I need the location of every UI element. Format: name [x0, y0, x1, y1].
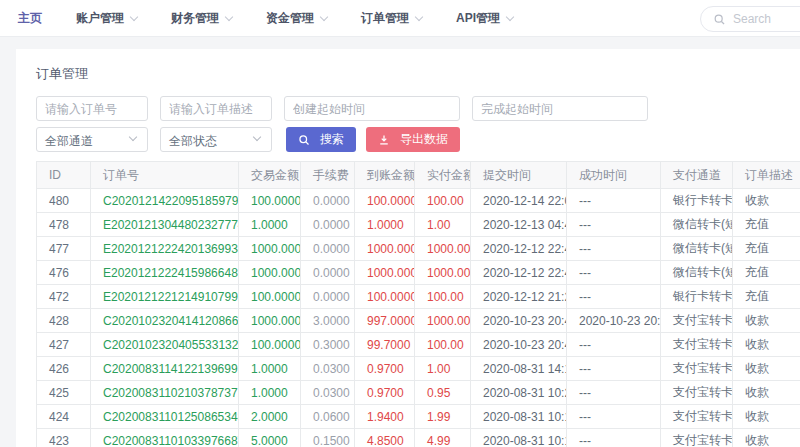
cell-pay-channel: 微信转卡(短... [661, 261, 733, 285]
cell-order-desc: 充值 [733, 213, 800, 237]
status-select[interactable]: 全部状态 [160, 127, 272, 152]
cell-pay-channel: 支付宝转卡(... [661, 357, 733, 381]
cell-submit-time: 2020-12-13 04:48:03 [471, 213, 567, 237]
cell-fee: 0.3000 [301, 333, 355, 357]
cell-submit-time: 2020-10-23 20:40:55 [471, 333, 567, 357]
cell-pay-channel: 支付宝转卡(... [661, 381, 733, 405]
chevron-down-icon [415, 12, 423, 20]
table-row: 477E202012122242013699341000.00000.00001… [37, 237, 800, 261]
cell-received-amount: 99.7000 [355, 333, 415, 357]
search-icon [713, 13, 726, 26]
cell-order-desc: 收款 [733, 357, 800, 381]
table-row: 472E20201212212149107992100.00000.000010… [37, 285, 800, 309]
cell-id: 425 [37, 381, 91, 405]
cell-order-desc: 收款 [733, 429, 800, 447]
search-icon [298, 134, 315, 146]
cell-fee: 0.0300 [301, 357, 355, 381]
cell-success-time: --- [567, 237, 661, 261]
cell-paid-amount: 100.00 [415, 189, 471, 213]
cell-pay-channel: 支付宝转卡(... [661, 405, 733, 429]
global-search[interactable]: Search [700, 6, 800, 32]
table-row: 427C20201023204055331324100.00000.300099… [37, 333, 800, 357]
cell-fee: 0.0600 [301, 405, 355, 429]
cell-trade-amount: 2.0000 [239, 405, 301, 429]
status-select-value: 全部状态 [169, 134, 217, 148]
cell-id: 480 [37, 189, 91, 213]
orders-table: ID订单号交易金额手续费到账金额实付金额提交时间成功时间支付通道订单描述 480… [36, 161, 800, 447]
cell-id: 424 [37, 405, 91, 429]
nav-item-账户管理[interactable]: 账户管理 [76, 10, 137, 27]
order-no-input[interactable] [36, 96, 148, 121]
channel-select[interactable]: 全部通道 [36, 127, 148, 152]
chevron-down-icon [130, 12, 138, 20]
cell-paid-amount: 1000.00 [415, 261, 471, 285]
nav-item-API管理[interactable]: API管理 [456, 10, 513, 27]
cell-order-no: C20201214220951859799 [91, 189, 239, 213]
main-nav: 主页账户管理财务管理资金管理订单管理API管理 [18, 10, 547, 27]
cell-order-desc: 充值 [733, 285, 800, 309]
cell-paid-amount: 1000.00 [415, 237, 471, 261]
cell-id: 478 [37, 213, 91, 237]
cell-order-no: C20200831102103787371 [91, 381, 239, 405]
nav-item-主页[interactable]: 主页 [18, 10, 42, 27]
column-header: 订单号 [91, 162, 239, 189]
cell-pay-channel: 支付宝转卡(... [661, 429, 733, 447]
cell-success-time: --- [567, 285, 661, 309]
table-row: 424C202008311012508653482.00000.06001.94… [37, 405, 800, 429]
cell-fee: 0.1500 [301, 429, 355, 447]
cell-trade-amount: 1000.0000 [239, 237, 301, 261]
cell-success-time: --- [567, 429, 661, 447]
nav-item-label: 主页 [18, 10, 42, 27]
order-desc-input[interactable] [160, 96, 272, 121]
column-header: 成功时间 [567, 162, 661, 189]
cell-pay-channel: 支付宝转卡(... [661, 333, 733, 357]
nav-item-label: 财务管理 [171, 10, 219, 27]
chevron-down-icon [506, 12, 514, 20]
cell-trade-amount: 1.0000 [239, 381, 301, 405]
cell-received-amount: 0.9700 [355, 357, 415, 381]
nav-item-label: 订单管理 [361, 10, 409, 27]
table-row: 476E202012122241598664881000.00000.00001… [37, 261, 800, 285]
filter-row-2: 全部通道 全部状态 搜索 导出数据 [36, 127, 800, 152]
cell-submit-time: 2020-10-23 20:41:41 [471, 309, 567, 333]
cell-submit-time: 2020-08-31 10:12:50 [471, 405, 567, 429]
search-button[interactable]: 搜索 [286, 127, 356, 152]
column-header: 订单描述 [733, 162, 800, 189]
cell-received-amount: 1000.0000 [355, 261, 415, 285]
cell-trade-amount: 100.0000 [239, 189, 301, 213]
cell-received-amount: 100.0000 [355, 189, 415, 213]
chevron-down-icon [225, 12, 233, 20]
cell-trade-amount: 100.0000 [239, 333, 301, 357]
cell-order-no: E20201212212149107992 [91, 285, 239, 309]
export-data-button[interactable]: 导出数据 [366, 127, 460, 152]
cell-paid-amount: 100.00 [415, 333, 471, 357]
table-row: 425C202008311021037873711.00000.03000.97… [37, 381, 800, 405]
column-header: ID [37, 162, 91, 189]
cell-trade-amount: 100.0000 [239, 285, 301, 309]
cell-order-desc: 收款 [733, 333, 800, 357]
top-navbar: 主页账户管理财务管理资金管理订单管理API管理 Search [0, 0, 800, 37]
finish-start-time-input[interactable] [472, 96, 648, 121]
create-start-time-input[interactable] [284, 96, 460, 121]
column-header: 交易金额 [239, 162, 301, 189]
cell-order-desc: 充值 [733, 237, 800, 261]
nav-item-财务管理[interactable]: 财务管理 [171, 10, 232, 27]
cell-submit-time: 2020-12-12 21:21:49 [471, 285, 567, 309]
cell-order-desc: 收款 [733, 189, 800, 213]
cell-order-desc: 收款 [733, 381, 800, 405]
nav-item-资金管理[interactable]: 资金管理 [266, 10, 327, 27]
cell-id: 427 [37, 333, 91, 357]
cell-success-time: --- [567, 381, 661, 405]
cell-paid-amount: 4.99 [415, 429, 471, 447]
cell-trade-amount: 1.0000 [239, 357, 301, 381]
export-button-label: 导出数据 [400, 131, 448, 148]
page-title: 订单管理 [36, 65, 800, 83]
cell-success-time: 2020-10-23 20:44:52 [567, 309, 661, 333]
cell-received-amount: 1.9400 [355, 405, 415, 429]
cell-trade-amount: 1000.0000 [239, 261, 301, 285]
cell-fee: 0.0000 [301, 237, 355, 261]
nav-item-订单管理[interactable]: 订单管理 [361, 10, 422, 27]
cell-order-no: E20201213044802327774 [91, 213, 239, 237]
cell-pay-channel: 银行卡转卡(... [661, 189, 733, 213]
cell-received-amount: 997.0000 [355, 309, 415, 333]
